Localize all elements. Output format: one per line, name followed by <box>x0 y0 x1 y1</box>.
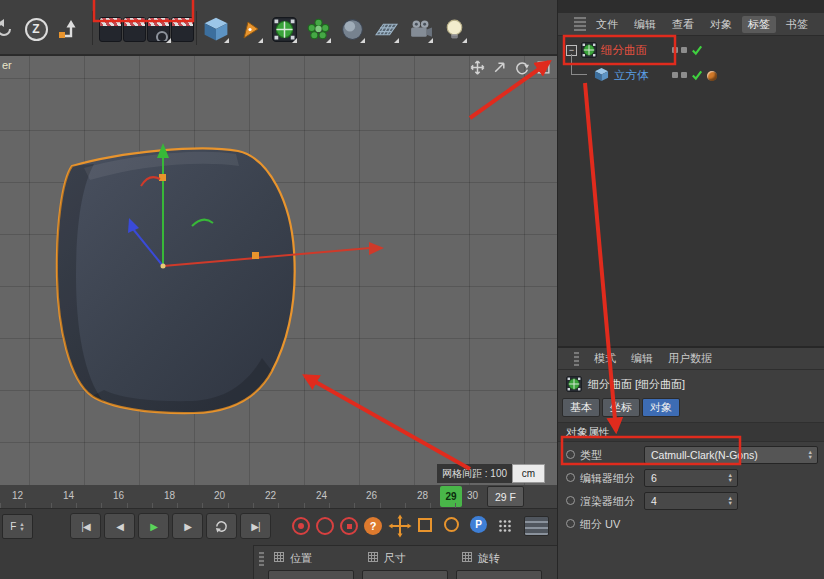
rotation-grid-icon <box>462 552 472 562</box>
frame-rate-field[interactable]: F ▲▼ <box>2 514 33 539</box>
enabled-check-icon[interactable] <box>691 44 703 56</box>
subdivision-surface-icon[interactable] <box>270 14 298 44</box>
camera-icon[interactable] <box>406 14 434 44</box>
z-label: Z <box>25 18 48 41</box>
attribute-manager: 模式 编辑 用户数据 细分曲面 [细分曲面] 基本 坐标 对象 对象属性 类型 … <box>557 346 824 579</box>
menu-tags[interactable]: 标签 <box>742 16 776 33</box>
timeline-tick: 28 <box>417 490 428 501</box>
subdivision-surface-icon <box>566 376 582 392</box>
render-subdivision-field[interactable]: 4 ▲▼ <box>644 492 738 510</box>
timeline-ruler[interactable]: 12 14 16 18 20 22 24 26 28 30 29 <box>0 485 557 509</box>
size-input[interactable] <box>362 570 448 579</box>
keyframe-circle[interactable] <box>566 450 575 459</box>
editor-subdivision-field[interactable]: 6 ▲▼ <box>644 469 738 487</box>
cube-primitive-icon[interactable] <box>202 14 230 44</box>
tab-edit[interactable]: 编辑 <box>631 351 653 366</box>
grid-spacing-label: 网格间距 : 100 <box>437 464 512 483</box>
grid-spacing-widget: 网格间距 : 100 cm <box>437 464 545 483</box>
light-icon[interactable] <box>440 14 468 44</box>
go-to-start-button[interactable]: |◀ <box>70 513 101 539</box>
keyframe-circle[interactable] <box>566 519 575 528</box>
toolbar-separator <box>196 11 197 45</box>
tab-userdata[interactable]: 用户数据 <box>668 351 712 366</box>
rotation-input[interactable] <box>456 570 542 579</box>
next-frame-button[interactable]: ▶ <box>172 513 203 539</box>
play-button[interactable]: ▶ <box>138 513 169 539</box>
render-extra-icon[interactable] <box>168 14 196 44</box>
pen-spline-icon[interactable] <box>236 14 264 44</box>
frame-selection-icon[interactable] <box>54 14 82 44</box>
type-dropdown[interactable]: Catmull-Clark(N-Gons) ▲▼ <box>644 446 818 464</box>
position-header: 位置 <box>290 551 312 566</box>
playhead[interactable]: 29 <box>440 486 462 507</box>
attribute-mode-bar: 模式 编辑 用户数据 <box>558 348 824 370</box>
material-tag-icon[interactable] <box>707 71 717 81</box>
viewport[interactable]: er <box>0 55 557 485</box>
move-tool-icon[interactable] <box>388 514 412 538</box>
y-axis-handle[interactable] <box>159 174 166 181</box>
scale-tool-icon[interactable] <box>418 518 432 532</box>
panel-grip[interactable] <box>259 552 264 566</box>
attribute-label: 细分 UV <box>580 517 620 532</box>
timeline-tick: 24 <box>316 490 327 501</box>
model-3d[interactable] <box>0 56 557 486</box>
attribute-label: 类型 <box>580 448 602 463</box>
object-row-subdivision-surface[interactable]: − 细分曲面 <box>558 38 824 63</box>
keyframe-circle[interactable] <box>566 473 575 482</box>
p-tool-icon[interactable]: P <box>470 516 487 533</box>
spinner-icon[interactable]: ▲▼ <box>728 496 733 506</box>
gizmo-center[interactable] <box>161 264 166 269</box>
visibility-dots-icon[interactable] <box>672 47 687 53</box>
size-header: 尺寸 <box>384 551 406 566</box>
menu-bookmarks[interactable]: 书签 <box>780 16 814 33</box>
loop-button[interactable] <box>206 513 237 539</box>
grid-dots-icon[interactable] <box>498 519 512 535</box>
menu-view[interactable]: 查看 <box>666 16 700 33</box>
enabled-check-icon[interactable] <box>691 69 703 81</box>
undo-icon[interactable] <box>0 14 16 44</box>
x-axis-handle[interactable] <box>252 252 259 259</box>
attribute-label: 渲染器细分 <box>580 494 635 509</box>
menu-edit[interactable]: 编辑 <box>628 16 662 33</box>
attribute-label: 编辑器细分 <box>580 471 635 486</box>
plane-grid-icon[interactable] <box>372 14 400 44</box>
go-to-end-button[interactable]: ▶| <box>240 513 271 539</box>
tab-object[interactable]: 对象 <box>642 398 680 417</box>
panel-grip[interactable] <box>574 352 579 366</box>
object-manager: 文件 编辑 查看 对象 标签 书签 − 细分曲面 <box>557 0 824 346</box>
autokeying-button[interactable] <box>316 517 334 535</box>
editor-subdivision-value: 6 <box>651 472 657 484</box>
menu-objects[interactable]: 对象 <box>704 16 738 33</box>
position-input[interactable] <box>268 570 354 579</box>
type-value: Catmull-Clark(N-Gons) <box>651 449 758 461</box>
volume-icon[interactable] <box>338 14 366 44</box>
keyframe-selection-button[interactable] <box>340 517 358 535</box>
x-axis-arrow[interactable] <box>369 242 384 255</box>
spinner-icon[interactable]: ▲▼ <box>728 473 733 483</box>
array-generator-icon[interactable] <box>304 14 332 44</box>
attribute-object-title: 细分曲面 [细分曲面] <box>558 372 824 396</box>
rotate-tool-icon[interactable] <box>444 517 459 532</box>
keyframe-circle[interactable] <box>566 496 575 505</box>
record-keyframe-button[interactable] <box>292 517 310 535</box>
tab-mode[interactable]: 模式 <box>594 351 616 366</box>
object-manager-menu: 文件 编辑 查看 对象 标签 书签 <box>558 13 824 36</box>
bottom-left-filler <box>0 545 253 579</box>
transport-bar: F ▲▼ |◀ ◀ ▶ ▶ ▶| ? P <box>0 509 557 545</box>
current-frame-field[interactable]: 29 F <box>487 486 524 507</box>
panel-grip[interactable] <box>574 17 586 31</box>
panels-icon[interactable] <box>524 516 549 536</box>
menu-file[interactable]: 文件 <box>590 16 624 33</box>
object-name: 细分曲面 <box>601 43 647 58</box>
help-button[interactable]: ? <box>364 517 382 535</box>
z-tool-icon[interactable]: Z <box>22 14 50 44</box>
spinner-icon[interactable]: ▲▼ <box>19 522 24 532</box>
visibility-dots-icon[interactable] <box>672 72 687 78</box>
previous-frame-button[interactable]: ◀ <box>104 513 135 539</box>
tab-basic[interactable]: 基本 <box>562 398 600 417</box>
tab-coordinates[interactable]: 坐标 <box>602 398 640 417</box>
f-label: F <box>10 521 16 532</box>
timeline-tick: 16 <box>113 490 124 501</box>
object-row-cube[interactable]: 立方体 <box>558 63 824 88</box>
attribute-row-subdivide-uv: 细分 UV <box>558 513 824 535</box>
